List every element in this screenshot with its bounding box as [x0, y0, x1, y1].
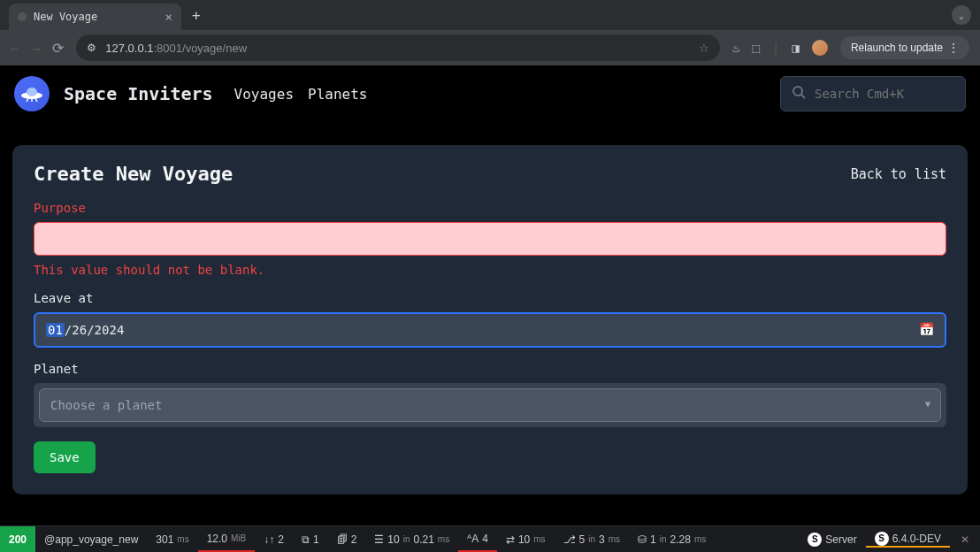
- db-icon: ☰: [374, 533, 384, 546]
- symfony-debug-bar: 200 @app_voyage_new 301ms 12.0MiB ↓↑ 2 ⧉…: [0, 525, 980, 552]
- route-name[interactable]: @app_voyage_new: [35, 526, 147, 552]
- calendar-icon[interactable]: 📅: [919, 322, 934, 336]
- svg-point-1: [27, 88, 37, 96]
- bookmark-icon[interactable]: ☆: [699, 42, 709, 55]
- favicon: [18, 12, 27, 21]
- forms-count[interactable]: ⧉ 1: [293, 526, 328, 552]
- close-debug-icon[interactable]: ✕: [950, 533, 980, 546]
- translation-icon: ᴬA: [467, 533, 479, 545]
- reload-icon[interactable]: ⟳: [52, 40, 64, 57]
- http-status-badge[interactable]: 200: [0, 526, 35, 552]
- form-card: Create New Voyage Back to list Purpose T…: [12, 145, 968, 494]
- form-icon: ⧉: [302, 533, 310, 546]
- chevron-down-icon: ▼: [925, 399, 930, 409]
- site-settings-icon[interactable]: ⚙: [87, 42, 96, 54]
- toolbar-icons: ♨ ⬚ | ◨ Relaunch to update ⋮: [732, 36, 969, 59]
- nav-planets[interactable]: Planets: [308, 86, 367, 103]
- forward-icon[interactable]: →: [32, 40, 41, 57]
- nav-links: Voyages Planets: [234, 86, 368, 103]
- purpose-label: Purpose: [34, 201, 946, 215]
- symfony-icon: S: [808, 533, 822, 547]
- mail-icon: ⛁: [638, 533, 647, 546]
- ajax-icon: ↓↑: [264, 533, 274, 546]
- url-bar[interactable]: ⚙ 127.0.0.1:8001/voyage/new ☆: [76, 34, 720, 61]
- db-stat[interactable]: ☰ 10 in 0.21 ms: [365, 526, 458, 552]
- panel-icon[interactable]: ◨: [792, 41, 799, 55]
- date-month[interactable]: 01: [46, 323, 65, 337]
- browser-tab[interactable]: New Voyage ×: [9, 4, 181, 30]
- purpose-group: Purpose This value should not be blank.: [34, 201, 946, 277]
- app-root: Space Inviters Voyages Planets Create Ne…: [0, 65, 980, 494]
- http-icon: ⇄: [506, 533, 515, 546]
- svg-line-3: [801, 95, 805, 98]
- twig-icon: ⎇: [563, 533, 576, 546]
- request-time[interactable]: 301ms: [147, 526, 197, 552]
- page-title: Create New Voyage: [34, 163, 233, 185]
- back-icon[interactable]: ←: [11, 40, 19, 57]
- extensions-icon[interactable]: ⬚: [753, 41, 760, 55]
- leave-at-input[interactable]: 01/26/2024: [34, 312, 946, 348]
- leave-at-group: Leave at 01/26/2024 📅: [34, 291, 946, 348]
- url-host: 127.0.0.1: [105, 42, 153, 55]
- translation-stat[interactable]: ᴬA 4: [458, 526, 497, 552]
- planet-group: Planet Choose a planet ▼: [34, 362, 946, 427]
- ajax-count[interactable]: ↓↑ 2: [255, 526, 293, 552]
- leave-at-label: Leave at: [34, 291, 946, 305]
- http-client-stat[interactable]: ⇄ 10ms: [497, 526, 555, 552]
- symfony-icon: S: [875, 532, 889, 546]
- server-info[interactable]: S Server: [799, 533, 865, 547]
- nav-voyages[interactable]: Voyages: [234, 86, 294, 103]
- search-input[interactable]: [815, 87, 954, 101]
- new-tab-button[interactable]: +: [181, 7, 211, 24]
- url-path: :8001/voyage/new: [154, 42, 248, 55]
- cache-count[interactable]: 🗐 2: [328, 526, 366, 552]
- twig-stat[interactable]: ⎇ 5 in 3 ms: [555, 526, 630, 552]
- svg-point-2: [793, 87, 802, 96]
- memory[interactable]: 12.0MiB: [198, 526, 256, 552]
- cache-icon: 🗐: [337, 533, 348, 546]
- chrome-expand-icon[interactable]: ⌄: [952, 5, 971, 25]
- ufo-icon: [19, 85, 44, 103]
- tab-bar: New Voyage × + ⌄: [0, 0, 980, 30]
- mail-stat[interactable]: ⛁ 1 in 2.28 ms: [629, 526, 715, 552]
- kebab-icon: ⋮: [948, 42, 959, 54]
- close-icon[interactable]: ×: [165, 10, 172, 24]
- app-logo[interactable]: [14, 76, 50, 111]
- card-header: Create New Voyage Back to list: [34, 163, 946, 185]
- version-info[interactable]: S 6.4.0-DEV: [866, 532, 950, 548]
- search-icon: [792, 85, 806, 103]
- brand-name[interactable]: Space Inviters: [64, 83, 213, 104]
- browser-chrome: New Voyage × + ⌄ ← → ⟳ ⚙ 127.0.0.1:8001/…: [0, 0, 980, 65]
- browser-toolbar: ← → ⟳ ⚙ 127.0.0.1:8001/voyage/new ☆ ♨ ⬚ …: [0, 30, 980, 65]
- app-header: Space Inviters Voyages Planets: [0, 65, 980, 122]
- purpose-error: This value should not be blank.: [34, 263, 946, 277]
- flame-icon[interactable]: ♨: [732, 41, 739, 55]
- date-year[interactable]: 2024: [95, 323, 125, 337]
- planet-select[interactable]: Choose a planet: [39, 388, 941, 422]
- tab-title: New Voyage: [34, 11, 97, 23]
- planet-label: Planet: [34, 362, 946, 376]
- profile-avatar[interactable]: [812, 40, 828, 56]
- purpose-input[interactable]: [34, 222, 946, 256]
- search-box[interactable]: [780, 76, 966, 111]
- date-day[interactable]: 26: [72, 323, 87, 337]
- save-button[interactable]: Save: [34, 441, 96, 473]
- back-to-list-link[interactable]: Back to list: [851, 166, 946, 182]
- relaunch-button[interactable]: Relaunch to update ⋮: [840, 36, 969, 59]
